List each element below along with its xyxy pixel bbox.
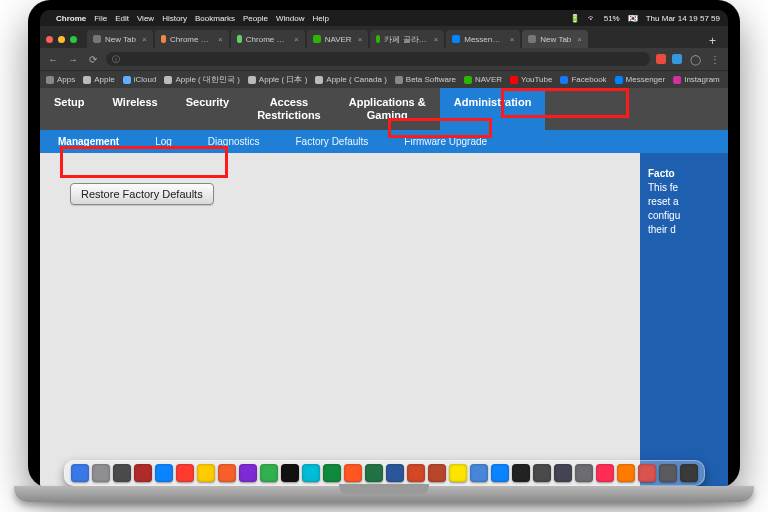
dock-app-icon[interactable] xyxy=(218,464,236,482)
bookmark-item[interactable]: Apps xyxy=(46,75,75,84)
dock-app-icon[interactable] xyxy=(470,464,488,482)
active-app-name[interactable]: Chrome xyxy=(56,14,86,23)
menu-view[interactable]: View xyxy=(137,14,154,23)
browser-tab[interactable]: New Tab× xyxy=(522,30,588,48)
dock-app-icon[interactable] xyxy=(134,464,152,482)
sub-nav-item[interactable]: Firmware Upgrade xyxy=(386,130,505,153)
dock-app-icon[interactable] xyxy=(176,464,194,482)
close-tab-icon[interactable]: × xyxy=(294,35,299,44)
menu-file[interactable]: File xyxy=(94,14,107,23)
bookmark-item[interactable]: Instagram xyxy=(673,75,720,84)
sub-nav-item[interactable]: Management xyxy=(40,130,137,153)
bookmark-item[interactable]: iCloud xyxy=(123,75,157,84)
dock-app-icon[interactable] xyxy=(449,464,467,482)
dock-app-icon[interactable] xyxy=(428,464,446,482)
dock-app-icon[interactable] xyxy=(113,464,131,482)
menubar-clock[interactable]: Thu Mar 14 19 57 59 xyxy=(646,14,720,23)
menu-bookmarks[interactable]: Bookmarks xyxy=(195,14,235,23)
dock-app-icon[interactable] xyxy=(680,464,698,482)
dock-app-icon[interactable] xyxy=(365,464,383,482)
minimize-window-button[interactable] xyxy=(58,36,65,43)
bookmark-item[interactable]: Facebook xyxy=(560,75,606,84)
menu-people[interactable]: People xyxy=(243,14,268,23)
primary-nav-item[interactable]: Wireless xyxy=(99,88,172,130)
dock-app-icon[interactable] xyxy=(596,464,614,482)
close-tab-icon[interactable]: × xyxy=(142,35,147,44)
restore-factory-defaults-button[interactable]: Restore Factory Defaults xyxy=(70,183,214,205)
help-title: Facto xyxy=(648,167,720,181)
dock-app-icon[interactable] xyxy=(407,464,425,482)
laptop-base xyxy=(14,486,754,502)
browser-tab[interactable]: New Tab× xyxy=(87,30,153,48)
close-tab-icon[interactable]: × xyxy=(358,35,363,44)
extension-icon[interactable] xyxy=(656,54,666,64)
close-window-button[interactable] xyxy=(46,36,53,43)
primary-nav-item[interactable]: Applications & Gaming xyxy=(335,88,440,130)
browser-tab[interactable]: Chrome 웹 스토어× xyxy=(231,30,305,48)
dock-app-icon[interactable] xyxy=(155,464,173,482)
bookmark-item[interactable]: Messenger xyxy=(615,75,666,84)
dock-app-icon[interactable] xyxy=(92,464,110,482)
site-info-icon[interactable]: ⓘ xyxy=(112,54,120,65)
bookmark-item[interactable]: Apple ( 日本 ) xyxy=(248,74,307,85)
browser-tab[interactable]: NAVER× xyxy=(307,30,369,48)
wifi-icon[interactable]: ᯤ xyxy=(588,14,596,23)
forward-button[interactable]: → xyxy=(66,52,80,66)
dock-app-icon[interactable] xyxy=(197,464,215,482)
dock-app-icon[interactable] xyxy=(323,464,341,482)
close-tab-icon[interactable]: × xyxy=(510,35,515,44)
dock-app-icon[interactable] xyxy=(491,464,509,482)
dock-app-icon[interactable] xyxy=(281,464,299,482)
dock-app-icon[interactable] xyxy=(344,464,362,482)
browser-tab[interactable]: Messenger× xyxy=(446,30,520,48)
account-icon[interactable]: ◯ xyxy=(688,52,702,66)
dock-app-icon[interactable] xyxy=(71,464,89,482)
browser-tab[interactable]: Chrome 커뮤니티× xyxy=(155,30,229,48)
dock-app-icon[interactable] xyxy=(512,464,530,482)
sub-nav-item[interactable]: Diagnostics xyxy=(190,130,278,153)
reload-button[interactable]: ⟳ xyxy=(86,52,100,66)
close-tab-icon[interactable]: × xyxy=(218,35,223,44)
bookmark-item[interactable]: NAVER xyxy=(464,75,502,84)
primary-nav-item[interactable]: Access Restrictions xyxy=(243,88,335,130)
help-sidebar: Facto This fe reset a configu their d xyxy=(640,153,728,488)
dock-app-icon[interactable] xyxy=(659,464,677,482)
dock-app-icon[interactable] xyxy=(554,464,572,482)
bookmark-item[interactable]: Apple ( Canada ) xyxy=(315,75,386,84)
dock-app-icon[interactable] xyxy=(239,464,257,482)
close-tab-icon[interactable]: × xyxy=(577,35,582,44)
bookmark-item[interactable]: YouTube xyxy=(510,75,552,84)
bookmark-item[interactable]: Apple ( 대한민국 ) xyxy=(164,74,239,85)
primary-nav-item[interactable]: Administration xyxy=(440,88,546,130)
bookmark-favicon-icon xyxy=(673,76,681,84)
dock-app-icon[interactable] xyxy=(575,464,593,482)
battery-icon[interactable]: 🔋 xyxy=(570,14,580,23)
bookmark-item[interactable]: Apple xyxy=(83,75,114,84)
fullscreen-window-button[interactable] xyxy=(70,36,77,43)
tab-favicon-icon xyxy=(237,35,242,43)
menu-window[interactable]: Window xyxy=(276,14,304,23)
primary-nav-item[interactable]: Setup xyxy=(40,88,99,130)
dock-app-icon[interactable] xyxy=(260,464,278,482)
dock-app-icon[interactable] xyxy=(533,464,551,482)
extension-icon[interactable] xyxy=(672,54,682,64)
browser-tab[interactable]: 카페 골라가,꽤 쓰는 사..× xyxy=(370,30,444,48)
address-bar[interactable]: ⓘ xyxy=(106,52,650,66)
dock-app-icon[interactable] xyxy=(617,464,635,482)
bookmark-item[interactable]: Beta Software xyxy=(395,75,456,84)
menu-history[interactable]: History xyxy=(162,14,187,23)
sub-nav-item[interactable]: Factory Defaults xyxy=(278,130,387,153)
new-tab-button[interactable]: + xyxy=(703,34,722,48)
sub-nav-item[interactable]: Log xyxy=(137,130,190,153)
laptop-trackpad-notch xyxy=(339,484,429,494)
input-source-icon[interactable]: 🇰🇷 xyxy=(628,14,638,23)
back-button[interactable]: ← xyxy=(46,52,60,66)
dock-app-icon[interactable] xyxy=(302,464,320,482)
dock-app-icon[interactable] xyxy=(638,464,656,482)
menu-edit[interactable]: Edit xyxy=(115,14,129,23)
menu-help[interactable]: Help xyxy=(312,14,328,23)
dock-app-icon[interactable] xyxy=(386,464,404,482)
close-tab-icon[interactable]: × xyxy=(434,35,439,44)
primary-nav-item[interactable]: Security xyxy=(172,88,243,130)
chrome-menu-icon[interactable]: ⋮ xyxy=(708,52,722,66)
